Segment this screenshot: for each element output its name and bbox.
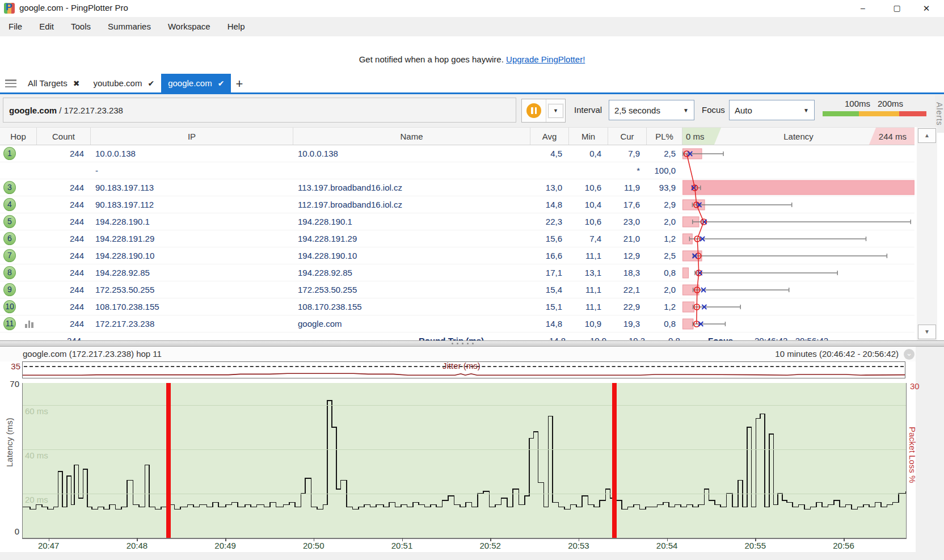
close-icon[interactable]: ✖ xyxy=(73,79,80,88)
table-row-hop-6[interactable]: 6244194.228.191.29194.228.191.2915,67,42… xyxy=(0,230,914,247)
menu-item-workspace[interactable]: Workspace xyxy=(159,17,219,36)
table-row-hop-1[interactable]: 124410.0.0.13810.0.0.1384,50,47,92,5 xyxy=(0,145,914,162)
jitter-axis-max: 35 xyxy=(7,361,20,371)
window-title: google.com - PingPlotter Pro xyxy=(19,3,128,12)
timeline-target-title: google.com (172.217.23.238) hop 11 xyxy=(23,349,162,359)
latency-graph-cell xyxy=(682,162,914,179)
avg-cell: 22,3 xyxy=(530,213,569,230)
latency-timeline-plot[interactable]: 20 ms40 ms60 ms xyxy=(22,383,907,539)
pl-cell: 0,8 xyxy=(647,264,682,281)
table-row-hop-3[interactable]: 324490.183.197.113113.197.broadband16.io… xyxy=(0,179,914,196)
time-label-20-49: 20:49 xyxy=(208,541,242,550)
scroll-down-icon[interactable]: ▼ xyxy=(918,325,936,339)
avg-cell: 15,6 xyxy=(530,230,569,247)
timeline-range-label[interactable]: 10 minutes (20:46:42 - 20:56:42) xyxy=(775,349,899,359)
table-row-hop-8[interactable]: 8244194.228.92.85194.228.92.8517,113,118… xyxy=(0,264,914,281)
minimize-button[interactable]: – xyxy=(850,0,876,16)
target-host: google.com xyxy=(9,106,57,115)
ip-cell: 108.170.238.155 xyxy=(91,298,293,315)
maximize-button[interactable]: ▢ xyxy=(884,0,910,16)
time-label-20-51: 20:51 xyxy=(385,541,419,550)
count-cell: 244 xyxy=(37,196,91,213)
table-row-hop-11[interactable]: 11244172.217.23.238google.com14,810,919,… xyxy=(0,315,914,332)
cur-cell: 22,1 xyxy=(608,281,647,298)
close-button[interactable]: ✕ xyxy=(913,0,939,16)
name-cell: 194.228.191.29 xyxy=(293,230,530,247)
min-cell: 10,4 xyxy=(569,196,608,213)
table-row-hop-10[interactable]: 10244108.170.238.155108.170.238.15515,11… xyxy=(0,298,914,315)
bottom-strip xyxy=(0,552,944,560)
table-row-hop-9[interactable]: 9244172.253.50.255172.253.50.25515,411,1… xyxy=(0,281,914,298)
menu-item-file[interactable]: File xyxy=(0,17,31,36)
table-row-hop-lost[interactable]: -*100,0 xyxy=(0,162,914,179)
menu-item-summaries[interactable]: Summaries xyxy=(99,17,159,36)
focus-select[interactable]: Auto ▼ xyxy=(729,100,815,120)
target-list-menu-icon[interactable] xyxy=(5,79,16,87)
hop-number-badge: 1 xyxy=(3,147,16,160)
latency-graph-cell xyxy=(682,196,914,213)
table-row-hop-7[interactable]: 7244194.228.190.10194.228.190.1016,611,1… xyxy=(0,247,914,264)
hop-table-scrollbar[interactable]: ▲ ▼ xyxy=(917,127,937,340)
table-row-hop-4[interactable]: 424490.183.197.112112.197.broadband16.io… xyxy=(0,196,914,213)
latency-graph-cell xyxy=(682,247,914,264)
min-cell: 11,1 xyxy=(569,247,608,264)
gridline-20ms xyxy=(23,494,906,494)
column-header-min[interactable]: Min xyxy=(569,128,608,145)
column-header-count[interactable]: Count xyxy=(37,128,91,145)
latency-graph-cell xyxy=(682,213,914,230)
ip-cell: 10.0.0.138 xyxy=(91,145,293,162)
min-cell: 10,6 xyxy=(569,213,608,230)
pl-cell: 1,2 xyxy=(647,298,682,315)
hop-number-badge: 9 xyxy=(3,283,16,296)
chevron-down-icon: ▼ xyxy=(683,107,689,113)
hop-latency-graph xyxy=(682,264,914,281)
column-header-cur[interactable]: Cur xyxy=(608,128,647,145)
interval-select[interactable]: 2,5 seconds ▼ xyxy=(609,100,694,120)
pl-cell: 2,5 xyxy=(647,145,682,162)
column-header-latency-graph: 0 ms Latency 244 ms xyxy=(682,128,914,145)
gridline-label-60ms: 60 ms xyxy=(25,406,48,416)
count-cell: 244 xyxy=(37,281,91,298)
count-cell: 244 xyxy=(37,213,91,230)
splitter-handle[interactable] xyxy=(0,340,944,347)
target-address-field[interactable]: google.com / 172.217.23.238 xyxy=(3,98,516,123)
avg-cell: 15,1 xyxy=(530,298,569,315)
timeline-header: google.com (172.217.23.238) hop 11 10 mi… xyxy=(0,347,944,361)
menu-item-edit[interactable]: Edit xyxy=(31,17,62,36)
hop-cell: 8 xyxy=(0,264,37,281)
column-header-hop[interactable]: Hop xyxy=(0,128,37,145)
hop-latency-graph xyxy=(682,196,914,213)
scroll-up-icon[interactable]: ▲ xyxy=(918,128,936,143)
column-header-name[interactable]: Name xyxy=(293,128,530,145)
tab-google-com[interactable]: google.com✔ xyxy=(161,74,231,92)
column-header-avg[interactable]: Avg xyxy=(530,128,569,145)
upgrade-link[interactable]: Upgrade PingPlotter! xyxy=(506,54,585,64)
count-cell: 244 xyxy=(37,230,91,247)
latency-graph-cell xyxy=(682,179,914,196)
new-target-tab-button[interactable]: + xyxy=(231,75,247,92)
cur-cell: 19,3 xyxy=(608,315,647,332)
check-icon[interactable]: ✔ xyxy=(148,79,154,88)
hop-cell: 5 xyxy=(0,213,37,230)
tab-youtube-com[interactable]: youtube.com✔ xyxy=(87,74,162,92)
summary-avg: 14,8 xyxy=(549,336,566,340)
column-header-pl[interactable]: PL% xyxy=(647,128,682,145)
summary-cur: 19,3 xyxy=(629,336,645,340)
column-header-ip[interactable]: IP xyxy=(91,128,293,145)
timeline-range-chevron-icon[interactable]: ⌄ xyxy=(904,349,914,360)
hop-cell: 6 xyxy=(0,230,37,247)
cur-cell: 18,3 xyxy=(608,264,647,281)
tab-all-targets[interactable]: All Targets✖ xyxy=(21,74,87,92)
name-cell: 194.228.190.1 xyxy=(293,213,530,230)
menu-item-help[interactable]: Help xyxy=(219,17,254,36)
table-row-hop-5[interactable]: 5244194.228.190.1194.228.190.122,310,623… xyxy=(0,213,914,230)
hop-latency-graph xyxy=(682,213,914,230)
packet-loss-event-bar-2 xyxy=(612,383,617,538)
menu-item-tools[interactable]: Tools xyxy=(62,17,99,36)
latency-graph-cell xyxy=(682,315,914,332)
min-cell: 13,1 xyxy=(569,264,608,281)
pause-dropdown-button[interactable]: ▼ xyxy=(546,99,565,122)
check-icon[interactable]: ✔ xyxy=(218,79,225,88)
pause-button[interactable] xyxy=(522,99,546,122)
pl-cell: 0,8 xyxy=(647,315,682,332)
